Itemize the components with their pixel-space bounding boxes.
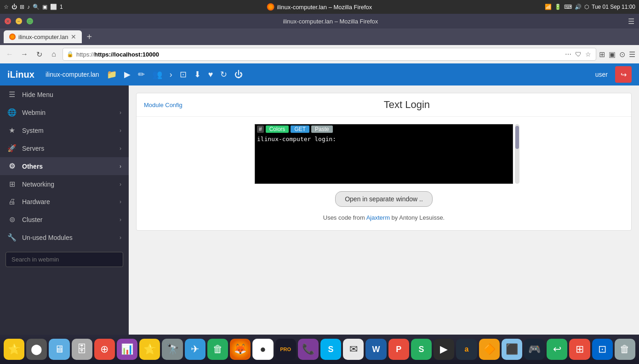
active-tab[interactable]: ilinux-computer.lan ✕ [4,30,82,43]
dock-item-obs[interactable]: ▶ [434,339,454,360]
sidebar-item-cluster[interactable]: ⊚ Cluster › [0,210,129,228]
dock-item-firefox[interactable]: 🦊 [230,339,251,360]
back-button[interactable]: ← [4,48,16,60]
sidebar-item-hardware[interactable]: 🖨 Hardware › [0,193,129,210]
browser-menu-icon[interactable]: ☰ [628,17,634,26]
nav-power-icon[interactable]: ⏻ [234,70,243,80]
webmin-header: iLinux ilinux-computer.lan 📁 ▶ ✏ 👥 › ⊡ ⬇… [0,63,639,85]
dock-item-skype[interactable]: S [320,339,341,360]
os-topbar-center: ilinux-computer.lan – Mozilla Firefox [267,3,372,11]
sidebar-item-system[interactable]: ★ System › [0,121,129,139]
hide-menu-icon: ☰ [7,90,17,99]
hardware-icon: 🖨 [7,198,17,206]
dock-item-back[interactable]: ↩ [547,339,567,360]
volume-icon: 🔊 [575,4,582,10]
sidebar-label-servers: Servers [22,145,44,152]
dock-item-chrome[interactable]: ● [252,339,273,360]
bookmark-icon[interactable]: ☆ [584,50,592,59]
sidebar-item-hide-menu[interactable]: ☰ Hide Menu [0,85,129,103]
taskbar-search-icon: 🔍 [33,4,40,10]
nav-terminal-icon[interactable]: › [170,70,172,80]
os-topbar: ☆ ⏻ ⊞ ♪ 🔍 ▣ ⬜ 1 ilinux-computer.lan – Mo… [0,0,639,14]
dock-item-binoculars[interactable]: 🔭 [162,339,183,360]
dock-item-wps[interactable]: P [388,339,409,360]
tab-close-button[interactable]: ✕ [71,33,76,40]
nav-users-icon[interactable]: 👥 [152,69,162,80]
dock-item-cabinet[interactable]: 🗄 [72,339,92,360]
sidebar-item-unused-modules[interactable]: 🔧 Un-used Modules › [0,228,129,246]
nav-play-icon[interactable]: ▶ [124,69,131,80]
terminal[interactable]: # Colors GET Paste ilinux-computer login… [255,124,513,184]
firefox-favicon [267,3,274,11]
dock-item-word[interactable]: W [365,339,386,360]
dock-item-steam[interactable]: 🎮 [524,339,545,360]
home-button[interactable]: ⌂ [48,48,60,60]
dock-item-anydesk[interactable]: ⊞ [569,339,590,360]
dock-item-sheets[interactable]: S [411,339,432,360]
taskbar-counter: 1 [60,4,63,10]
dock: ⭐ ⬤ 🖥 🗄 ⊕ 📊 ⭐ 🔭 ✈ 🗑 🦊 ● PRO 📞 S ✉ W P S … [0,335,639,364]
dock-item-toggle[interactable]: ⊕ [94,339,115,360]
sync-icon[interactable]: ⊙ [619,50,625,59]
browser-menu-right-icon[interactable]: ☰ [629,50,635,59]
reader-icon[interactable]: ⋯ [564,50,572,59]
dock-item-send[interactable]: ✈ [185,339,205,360]
dock-item-amazon[interactable]: a [456,339,477,360]
nav-health-icon[interactable]: ♥ [208,70,213,80]
address-text: https://https://localhost:10000 [76,51,159,58]
sidebar-toggle-icon[interactable]: ▣ [609,50,616,59]
sidebar-item-webmin[interactable]: 🌐 Webmin › [0,103,129,121]
close-button[interactable]: ✕ [5,18,11,24]
sidebar-item-networking[interactable]: ⊞ Networking › [0,175,129,193]
reload-button[interactable]: ↻ [33,48,45,60]
colors-button[interactable]: Colors [266,125,289,133]
tab-title: ilinux-computer.lan [18,34,68,40]
dock-item-recycle[interactable]: 🗑 [615,339,635,360]
sidebar-item-servers[interactable]: 🚀 Servers › [0,139,129,157]
browser-titlebar: ✕ − □ ilinux-computer.lan – Mozilla Fire… [0,14,639,28]
webmin-hostname[interactable]: ilinux-computer.lan [46,71,99,78]
sidebar-label-cluster: Cluster [22,216,42,223]
dock-item-finder[interactable]: 🖥 [49,339,69,360]
dock-item-chart[interactable]: 📊 [117,339,137,360]
unused-modules-icon: 🔧 [7,233,17,242]
nav-shell-icon[interactable]: ⊡ [180,69,187,80]
nav-download-icon[interactable]: ⬇ [194,69,201,80]
sidebar-label-hide-menu: Hide Menu [22,91,53,98]
address-field[interactable]: 🔒 https://https://localhost:10000 ⋯ 🛡 ☆ [63,48,596,61]
ajaxterm-link[interactable]: Ajaxterm [366,214,390,221]
paste-button[interactable]: Paste [311,125,333,133]
clock: Tue 01 Sep 11:00 [592,4,635,10]
library-icon[interactable]: ⊞ [599,50,605,59]
chevron-right-icon: › [120,163,121,170]
webmin-icon: 🌐 [7,108,17,117]
shield-icon[interactable]: 🛡 [574,50,582,59]
maximize-button[interactable]: □ [27,18,33,24]
new-tab-button[interactable]: + [84,32,95,42]
webmin-app: iLinux ilinux-computer.lan 📁 ▶ ✏ 👥 › ⊡ ⬇… [0,63,639,364]
search-input[interactable] [6,252,123,267]
nav-edit-icon[interactable]: ✏ [138,69,145,80]
forward-button[interactable]: → [18,48,30,60]
logout-button[interactable]: ↪ [615,66,632,83]
dock-item-vlc[interactable]: 🔶 [479,339,500,360]
hash-button[interactable]: # [257,125,264,133]
sidebar-item-others[interactable]: ⚙ Others › [0,157,129,175]
dock-item-star2[interactable]: ⭐ [139,339,160,360]
dock-item-mail[interactable]: ✉ [343,339,364,360]
get-button[interactable]: GET [291,125,309,133]
dock-item-qbt[interactable]: ⬛ [502,339,522,360]
nav-refresh-icon[interactable]: ↻ [220,69,227,80]
dock-item-star[interactable]: ⭐ [4,339,24,360]
dock-item-dots[interactable]: ⬤ [26,339,47,360]
minimize-button[interactable]: − [16,18,22,24]
sidebar-label-unused-modules: Un-used Modules [22,234,73,241]
open-window-button[interactable]: Open in separate window .. [335,191,433,207]
dock-item-teamviewer[interactable]: ⊡ [592,339,613,360]
nav-files-icon[interactable]: 📁 [107,69,117,80]
dock-item-trash[interactable]: 🗑 [207,339,228,360]
dock-item-pro[interactable]: PRO [275,339,296,360]
module-config-link[interactable]: Module Config [144,102,183,108]
module-panel: Module Config Text Login # Colors GET Pa… [136,93,632,231]
dock-item-viber[interactable]: 📞 [298,339,319,360]
